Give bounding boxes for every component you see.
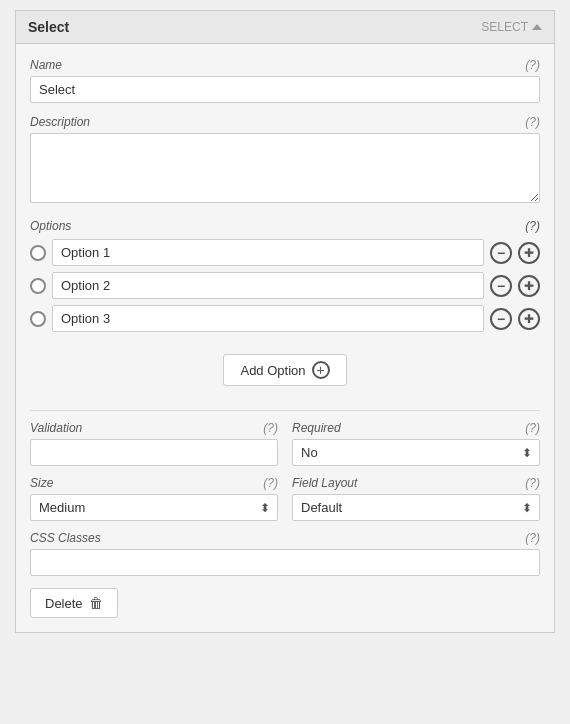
required-help[interactable]: (?) — [525, 421, 540, 435]
css-classes-label-row: CSS Classes (?) — [30, 531, 540, 545]
remove-option-2-button[interactable]: − — [490, 275, 512, 297]
field-layout-label: Field Layout — [292, 476, 357, 490]
delete-label: Delete — [45, 596, 83, 611]
css-classes-input[interactable] — [30, 549, 540, 576]
option-radio-1[interactable] — [30, 245, 46, 261]
add-option-button[interactable]: Add Option + — [223, 354, 346, 386]
collapse-icon[interactable] — [532, 24, 542, 30]
field-layout-help[interactable]: (?) — [525, 476, 540, 490]
name-input[interactable] — [30, 76, 540, 103]
divider — [30, 410, 540, 411]
add-option-container: Add Option + — [30, 344, 540, 396]
name-label: Name — [30, 58, 62, 72]
size-select[interactable]: Small Medium Large — [30, 494, 278, 521]
drag-option-2-handle[interactable]: ✚ — [518, 275, 540, 297]
size-select-wrapper: Small Medium Large — [30, 494, 278, 521]
size-fieldlayout-row: Size (?) Small Medium Large Field Layout… — [30, 476, 540, 521]
field-layout-label-row: Field Layout (?) — [292, 476, 540, 490]
drag-option-3-handle[interactable]: ✚ — [518, 308, 540, 330]
description-field-group: Description (?) — [30, 115, 540, 207]
plus-circle-icon: + — [312, 361, 330, 379]
validation-label: Validation — [30, 421, 82, 435]
validation-help[interactable]: (?) — [263, 421, 278, 435]
delete-button[interactable]: Delete 🗑 — [30, 588, 118, 618]
panel-title: Select — [28, 19, 69, 35]
options-help[interactable]: (?) — [525, 219, 540, 233]
trash-icon: 🗑 — [89, 595, 103, 611]
description-help[interactable]: (?) — [525, 115, 540, 129]
remove-option-3-button[interactable]: − — [490, 308, 512, 330]
validation-label-row: Validation (?) — [30, 421, 278, 435]
drag-option-1-handle[interactable]: ✚ — [518, 242, 540, 264]
field-layout-select[interactable]: Default Full Width Half Width — [292, 494, 540, 521]
select-panel: Select SELECT Name (?) Description (?) — [15, 10, 555, 633]
required-label: Required — [292, 421, 341, 435]
options-label-row: Options (?) — [30, 219, 540, 233]
required-select-wrapper: No Yes — [292, 439, 540, 466]
panel-body: Name (?) Description (?) Options (?) − — [16, 44, 554, 632]
validation-required-row: Validation (?) Required (?) No Yes — [30, 421, 540, 466]
option-row: − ✚ — [30, 272, 540, 299]
option-row: − ✚ — [30, 305, 540, 332]
size-label-row: Size (?) — [30, 476, 278, 490]
add-option-label: Add Option — [240, 363, 305, 378]
css-classes-field-group: CSS Classes (?) — [30, 531, 540, 576]
panel-header: Select SELECT — [16, 11, 554, 44]
field-layout-select-wrapper: Default Full Width Half Width — [292, 494, 540, 521]
option-input-1[interactable] — [52, 239, 484, 266]
description-label-row: Description (?) — [30, 115, 540, 129]
field-layout-group: Field Layout (?) Default Full Width Half… — [292, 476, 540, 521]
option-radio-2[interactable] — [30, 278, 46, 294]
required-select[interactable]: No Yes — [292, 439, 540, 466]
options-section: Options (?) − ✚ − ✚ − ✚ — [30, 219, 540, 332]
options-label: Options — [30, 219, 71, 233]
size-help[interactable]: (?) — [263, 476, 278, 490]
name-label-row: Name (?) — [30, 58, 540, 72]
validation-field-group: Validation (?) — [30, 421, 278, 466]
option-input-3[interactable] — [52, 305, 484, 332]
css-classes-help[interactable]: (?) — [525, 531, 540, 545]
option-row: − ✚ — [30, 239, 540, 266]
name-field-group: Name (?) — [30, 58, 540, 103]
size-field-group: Size (?) Small Medium Large — [30, 476, 278, 521]
validation-input[interactable] — [30, 439, 278, 466]
required-label-row: Required (?) — [292, 421, 540, 435]
name-help[interactable]: (?) — [525, 58, 540, 72]
size-label: Size — [30, 476, 53, 490]
remove-option-1-button[interactable]: − — [490, 242, 512, 264]
description-label: Description — [30, 115, 90, 129]
css-classes-label: CSS Classes — [30, 531, 101, 545]
panel-type-label: SELECT — [481, 20, 542, 34]
option-radio-3[interactable] — [30, 311, 46, 327]
option-input-2[interactable] — [52, 272, 484, 299]
description-textarea[interactable] — [30, 133, 540, 203]
required-field-group: Required (?) No Yes — [292, 421, 540, 466]
